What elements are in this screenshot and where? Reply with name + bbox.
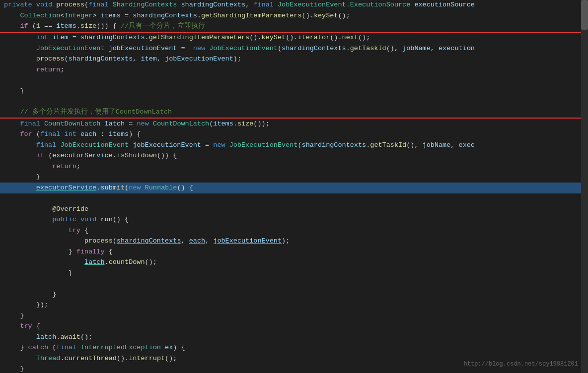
code-line-3: if (1 == items.size()) { //只有一个分片，立即执行 xyxy=(0,21,588,33)
code-line-22: try { xyxy=(0,225,588,236)
code-line-10 xyxy=(0,97,588,108)
code-line-12: final CountDownLatch latch = new CountDo… xyxy=(0,119,588,129)
token-void: void xyxy=(36,0,57,10)
token-private: private xyxy=(4,0,36,10)
code-line-29: }); xyxy=(0,300,588,311)
scrollbar[interactable] xyxy=(581,0,588,373)
code-line-1: private void process(final ShardingConte… xyxy=(0,0,588,11)
code-line-6: process(shardingContexts, item, jobExecu… xyxy=(0,54,588,65)
code-line-14: final JobExecutionEvent jobExecutionEven… xyxy=(0,140,588,151)
code-line-25: latch.countDown(); xyxy=(0,257,588,268)
code-editor: private void process(final ShardingConte… xyxy=(0,0,588,373)
code-line-15: if (executorService.isShutdown()) { xyxy=(0,151,588,162)
code-line-26: } xyxy=(0,268,588,279)
scrollbar-thumb[interactable] xyxy=(581,0,588,30)
code-line-11: // 多个分片并发执行，使用了CountDownLatch xyxy=(0,107,588,119)
watermark: http://blog.csdn.net/spy19881201 xyxy=(464,360,578,369)
code-line-21: public void run() { xyxy=(0,215,588,226)
code-line-32: latch.await(); xyxy=(0,332,588,343)
code-line-20: @Override xyxy=(0,204,588,215)
code-line-8 xyxy=(0,75,588,86)
code-line-9: } xyxy=(0,86,588,97)
code-line-28: } xyxy=(0,289,588,300)
code-line-18: executorService.submit(new Runnable() { xyxy=(0,183,588,193)
code-line-27 xyxy=(0,279,588,290)
code-line-19 xyxy=(0,193,588,204)
code-line-31: try { xyxy=(0,321,588,332)
code-line-2: Collection<Integer> items = shardingCont… xyxy=(0,11,588,22)
code-line-33: } catch (final InterruptedException ex) … xyxy=(0,343,588,354)
code-line-5: JobExecutionEvent jobExecutionEvent = ne… xyxy=(0,43,588,54)
code-line-30: } xyxy=(0,311,588,321)
code-line-13: for (final int each : items) { xyxy=(0,129,588,140)
code-line-7: return; xyxy=(0,64,588,75)
code-line-17: } xyxy=(0,172,588,183)
code-line-16: return; xyxy=(0,161,588,172)
code-line-24: } finally { xyxy=(0,247,588,257)
code-line-23: process(shardingContexts, each, jobExecu… xyxy=(0,236,588,247)
token-method: process xyxy=(56,0,84,10)
code-line-4: int item = shardingContexts.getShardingI… xyxy=(0,33,588,44)
